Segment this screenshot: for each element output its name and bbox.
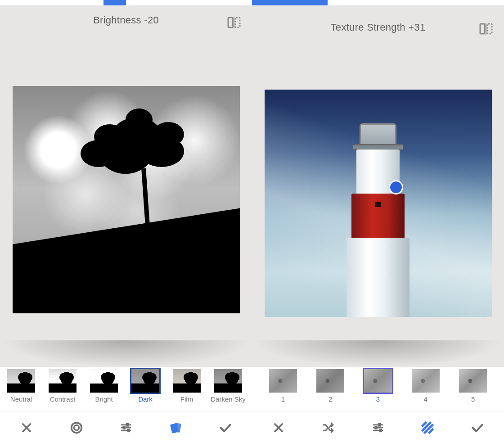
preset-strip: Neutral Contrast Bright Dark Film Darken… — [0, 367, 252, 411]
bottom-toolbar — [252, 411, 504, 443]
vignette-button[interactable] — [66, 417, 87, 438]
preset-texture-3[interactable]: 3 — [360, 369, 396, 403]
parameter-header: Brightness -20 — [0, 5, 252, 32]
svg-point-4 — [74, 425, 79, 430]
image-canvas[interactable] — [252, 39, 504, 367]
preset-texture-1[interactable]: 1 — [266, 369, 301, 403]
svg-point-3 — [71, 422, 81, 433]
preset-thumb — [90, 369, 118, 393]
tune-button[interactable] — [115, 417, 137, 438]
compare-icon[interactable] — [227, 15, 241, 30]
preset-label: 5 — [471, 395, 475, 403]
styles-button[interactable] — [165, 417, 186, 438]
preset-bright[interactable]: Bright — [86, 369, 122, 403]
svg-rect-2 — [235, 18, 240, 27]
preset-label: 4 — [423, 395, 427, 403]
preset-thumb — [7, 369, 35, 393]
preset-label: 2 — [328, 395, 332, 403]
preset-dark[interactable]: Dark — [128, 369, 163, 403]
preset-darken-sky[interactable]: Darken Sky — [211, 369, 246, 403]
preset-thumb — [364, 369, 392, 393]
image-canvas[interactable] — [0, 32, 252, 367]
svg-rect-15 — [487, 24, 492, 34]
svg-rect-8 — [126, 424, 128, 426]
svg-rect-21 — [380, 429, 382, 431]
parameter-label: Brightness -20 — [11, 14, 241, 26]
preset-thumb — [131, 369, 159, 393]
preset-label: Darken Sky — [211, 395, 246, 403]
value-slider[interactable] — [252, 0, 504, 5]
preset-texture-4[interactable]: 4 — [408, 369, 443, 403]
preset-thumb — [214, 369, 242, 393]
svg-rect-13 — [480, 24, 485, 34]
preset-texture-2[interactable]: 2 — [313, 369, 348, 403]
cancel-button[interactable] — [16, 417, 37, 438]
preset-thumb — [459, 369, 487, 393]
preset-label: Contrast — [50, 395, 76, 403]
tune-button[interactable] — [367, 417, 389, 438]
preset-film[interactable]: Film — [169, 369, 204, 403]
parameter-label: Texture Strength +31 — [263, 22, 493, 33]
parameter-header: Texture Strength +31 — [252, 5, 504, 39]
texture-button[interactable] — [417, 417, 438, 438]
editor-pane-left: Brightness -20 — [0, 0, 252, 443]
apply-button[interactable] — [467, 417, 488, 438]
preset-label: Bright — [95, 395, 112, 403]
preset-strip: 1 2 3 4 5 — [252, 367, 504, 411]
cancel-button[interactable] — [268, 417, 289, 438]
shuffle-button[interactable] — [318, 417, 339, 438]
preview-image — [265, 90, 492, 317]
focus-point[interactable] — [389, 180, 403, 194]
compare-icon[interactable] — [479, 22, 493, 36]
slider-fill — [104, 0, 126, 5]
slider-fill — [252, 0, 328, 5]
editor-pane-right: Texture Strength +31 1 — [252, 0, 504, 443]
preset-label: Dark — [138, 395, 153, 403]
apply-button[interactable] — [215, 417, 236, 438]
preset-texture-5[interactable]: 5 — [455, 369, 490, 403]
bottom-toolbar — [0, 411, 252, 443]
preset-contrast[interactable]: Contrast — [45, 369, 80, 403]
preset-label: 1 — [281, 395, 285, 403]
preset-label: Neutral — [10, 395, 32, 403]
preset-thumb — [412, 369, 440, 393]
svg-rect-20 — [375, 426, 377, 429]
value-slider[interactable] — [0, 0, 252, 5]
preset-label: Film — [180, 395, 193, 403]
preset-thumb — [316, 369, 344, 393]
svg-rect-10 — [128, 429, 130, 431]
preset-thumb — [269, 369, 297, 393]
preset-label: 3 — [376, 395, 380, 403]
svg-rect-19 — [378, 424, 380, 426]
preset-neutral[interactable]: Neutral — [4, 369, 39, 403]
preset-thumb — [173, 369, 201, 393]
svg-rect-9 — [123, 426, 125, 429]
preview-image — [13, 86, 240, 313]
svg-rect-0 — [228, 18, 233, 27]
preset-thumb — [49, 369, 76, 393]
